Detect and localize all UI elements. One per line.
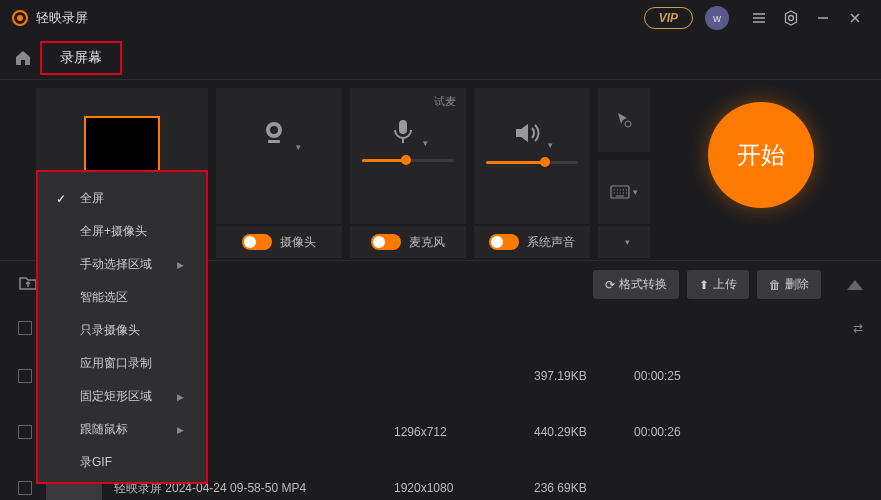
start-record-button[interactable]: 开始 — [708, 102, 814, 208]
camera-toggle-label: 摄像头 — [280, 234, 316, 251]
microphone-card[interactable]: 试麦 ▾ — [350, 88, 466, 224]
menu-icon[interactable] — [745, 4, 773, 32]
speaker-card[interactable]: ▾ — [474, 88, 590, 224]
upload-button[interactable]: ⬆上传 — [687, 270, 749, 299]
tab-label: 录屏幕 — [60, 49, 102, 67]
dropdown-item[interactable]: 固定矩形区域▶ — [38, 380, 206, 413]
dropdown-item[interactable]: ✓全屏 — [38, 182, 206, 215]
dropdown-item-label: 全屏+摄像头 — [80, 223, 147, 240]
start-label: 开始 — [737, 139, 785, 171]
camera-icon: ▾ — [258, 118, 301, 153]
dropdown-item[interactable]: 只录摄像头 — [38, 314, 206, 347]
dropdown-item-label: 全屏 — [80, 190, 104, 207]
dropdown-item-label: 手动选择区域 — [80, 256, 152, 273]
speaker-icon: ▾ — [512, 118, 553, 151]
file-resolution: 1296x712 — [394, 425, 534, 439]
svg-rect-5 — [399, 120, 407, 134]
row-checkbox[interactable] — [18, 481, 32, 495]
speaker-slider[interactable] — [486, 161, 579, 164]
dropdown-item[interactable]: 全屏+摄像头 — [38, 215, 206, 248]
trash-icon: 🗑 — [769, 278, 781, 292]
dropdown-item[interactable]: 智能选区 — [38, 281, 206, 314]
file-resolution: 1920x1080 — [394, 481, 534, 495]
refresh-icon: ⟳ — [605, 278, 615, 292]
svg-rect-4 — [268, 140, 280, 143]
dropdown-item-label: 应用窗口录制 — [80, 355, 152, 372]
file-duration: 00:00:25 — [634, 369, 681, 383]
screen-mode-dropdown: ✓全屏全屏+摄像头手动选择区域▶智能选区只录摄像头应用窗口录制固定矩形区域▶跟随… — [36, 170, 208, 484]
submenu-arrow-icon: ▶ — [177, 425, 184, 435]
camera-card[interactable]: ▾ — [216, 88, 342, 224]
dropdown-item[interactable]: 跟随鼠标▶ — [38, 413, 206, 446]
settings-icon[interactable] — [777, 4, 805, 32]
collapse-icon[interactable] — [847, 280, 863, 290]
check-icon: ✓ — [56, 192, 66, 206]
svg-rect-6 — [402, 138, 404, 143]
camera-toggle[interactable] — [242, 234, 272, 250]
format-convert-button[interactable]: ⟳格式转换 — [593, 270, 679, 299]
mic-test-label[interactable]: 试麦 — [434, 94, 456, 109]
file-size: 440.29KB — [534, 425, 634, 439]
microphone-icon: ▾ — [389, 118, 428, 149]
file-duration: 00:00:26 — [634, 425, 681, 439]
submenu-arrow-icon: ▶ — [177, 260, 184, 270]
app-title: 轻映录屏 — [36, 9, 88, 27]
mic-toggle[interactable] — [371, 234, 401, 250]
vip-button[interactable]: VIP — [644, 7, 693, 29]
dropdown-item-label: 跟随鼠标 — [80, 421, 128, 438]
dropdown-item[interactable]: 录GIF — [38, 446, 206, 479]
svg-marker-0 — [786, 11, 797, 25]
dropdown-item[interactable]: 手动选择区域▶ — [38, 248, 206, 281]
row-checkbox[interactable] — [18, 369, 32, 383]
keyboard-tool-button[interactable]: ▾ — [598, 160, 650, 224]
speaker-toggle[interactable] — [489, 234, 519, 250]
folder-up-icon[interactable] — [18, 274, 38, 295]
svg-point-7 — [625, 121, 631, 127]
mic-toggle-label: 麦克风 — [409, 234, 445, 251]
svg-point-1 — [789, 16, 794, 21]
user-avatar[interactable]: w — [705, 6, 729, 30]
minimize-icon[interactable] — [809, 4, 837, 32]
delete-button[interactable]: 🗑删除 — [757, 270, 821, 299]
home-icon[interactable] — [10, 45, 36, 71]
dropdown-item[interactable]: 应用窗口录制 — [38, 347, 206, 380]
mic-slider[interactable] — [362, 159, 455, 162]
close-icon[interactable] — [841, 4, 869, 32]
dropdown-item-label: 只录摄像头 — [80, 322, 140, 339]
file-size: 236 69KB — [534, 481, 634, 495]
extra-tool-button[interactable]: ▾ — [598, 226, 650, 258]
dropdown-item-label: 录GIF — [80, 454, 112, 471]
cursor-tool-button[interactable] — [598, 88, 650, 152]
screen-preview-icon — [84, 116, 160, 172]
speaker-toggle-label: 系统声音 — [527, 234, 575, 251]
dropdown-item-label: 固定矩形区域 — [80, 388, 152, 405]
tab-record-screen[interactable]: 录屏幕 — [40, 41, 122, 75]
sort-icon[interactable]: ⇄ — [853, 321, 863, 335]
select-all-checkbox[interactable] — [18, 321, 32, 335]
app-icon — [12, 10, 28, 26]
row-checkbox[interactable] — [18, 425, 32, 439]
upload-icon: ⬆ — [699, 278, 709, 292]
submenu-arrow-icon: ▶ — [177, 392, 184, 402]
file-size: 397.19KB — [534, 369, 634, 383]
dropdown-item-label: 智能选区 — [80, 289, 128, 306]
svg-point-3 — [270, 126, 278, 134]
